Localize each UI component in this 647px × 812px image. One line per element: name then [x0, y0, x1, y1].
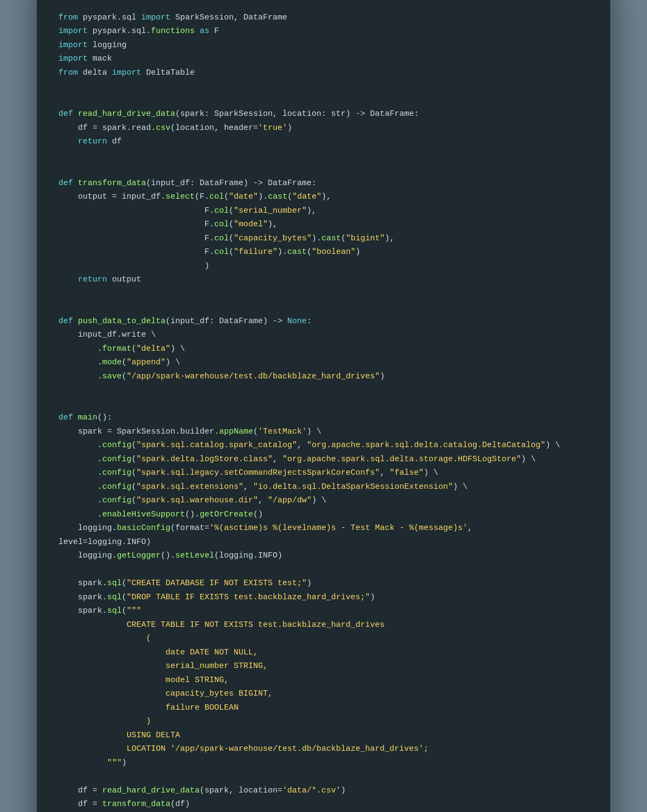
- code-editor-window: from pyspark.sql import SparkSession, Da…: [37, 0, 610, 812]
- code-content: from pyspark.sql import SparkSession, Da…: [37, 0, 610, 812]
